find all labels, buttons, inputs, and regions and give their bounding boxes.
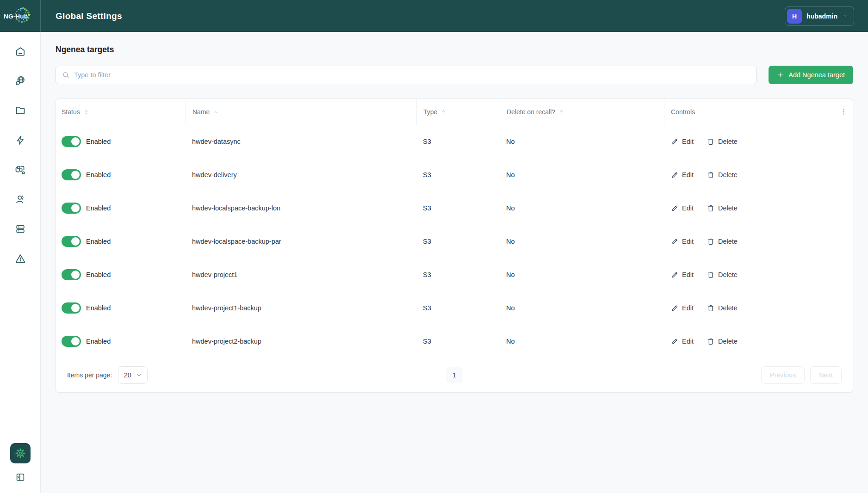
- toggle-knob: [71, 171, 80, 179]
- table-row: Enabled hwdev-project1 S3 No Edit Delete: [56, 258, 853, 291]
- add-ngenea-target-button[interactable]: Add Ngenea target: [769, 66, 853, 84]
- table-options-menu[interactable]: [834, 99, 853, 125]
- sort-asc-icon: [213, 109, 219, 115]
- edit-button[interactable]: Edit: [670, 337, 694, 345]
- status-toggle[interactable]: [62, 336, 81, 347]
- status-toggle[interactable]: [62, 302, 81, 314]
- previous-page-button[interactable]: Previous: [761, 366, 805, 384]
- edit-button[interactable]: Edit: [670, 271, 694, 279]
- sidebar-item-servers[interactable]: [6, 214, 35, 244]
- status-toggle[interactable]: [62, 236, 81, 247]
- delete-on-recall-value: No: [500, 271, 664, 278]
- target-name: hwdev-project1: [186, 271, 416, 278]
- filter-input[interactable]: [74, 71, 750, 79]
- top-bar: NG-Hub™ Global Settings H hubadmin: [0, 0, 868, 32]
- pencil-icon: [670, 337, 679, 345]
- edit-button[interactable]: Edit: [670, 171, 694, 179]
- toggle-knob: [71, 237, 80, 246]
- chevron-down-icon: [136, 372, 142, 378]
- delete-button[interactable]: Delete: [707, 237, 738, 246]
- status-label: Enabled: [86, 238, 111, 245]
- edit-button[interactable]: Edit: [670, 237, 694, 246]
- delete-button[interactable]: Delete: [707, 171, 738, 179]
- items-per-page-label: Items per page:: [67, 371, 112, 379]
- next-page-button[interactable]: Next: [810, 366, 842, 384]
- items-per-page-select[interactable]: 20: [118, 366, 148, 384]
- plus-icon: [777, 71, 784, 79]
- pencil-icon: [670, 171, 679, 179]
- column-header-status[interactable]: Status: [56, 99, 186, 125]
- target-name: hwdev-datasync: [186, 138, 416, 145]
- server-stack-icon: [14, 223, 26, 235]
- globe-search-icon: [14, 75, 26, 87]
- pencil-icon: [670, 271, 679, 279]
- main-content: Ngenea targets Add Ngenea target Status: [41, 0, 868, 393]
- logo-text: NG-Hub: [4, 12, 28, 19]
- status-toggle[interactable]: [62, 269, 81, 280]
- sidebar-item-discover[interactable]: [6, 66, 35, 96]
- pencil-icon: [670, 237, 679, 246]
- target-name: hwdev-project2-backup: [186, 338, 416, 345]
- trash-icon: [707, 204, 715, 212]
- filter-search-box: [56, 66, 756, 84]
- sidebar: [0, 32, 41, 493]
- trash-icon: [707, 171, 715, 179]
- delete-button[interactable]: Delete: [707, 271, 738, 279]
- sidebar-item-home[interactable]: [6, 37, 35, 66]
- app-logo: NG-Hub™: [0, 0, 41, 32]
- column-header-type[interactable]: Type: [416, 99, 500, 125]
- sidebar-item-workflows[interactable]: [6, 155, 35, 185]
- delete-on-recall-value: No: [500, 238, 664, 245]
- delete-button[interactable]: Delete: [707, 204, 738, 212]
- edit-button[interactable]: Edit: [670, 304, 694, 312]
- table-row: Enabled hwdev-datasync S3 No Edit Delete: [56, 125, 853, 158]
- workflow-icon: [14, 164, 26, 176]
- pencil-icon: [670, 204, 679, 212]
- logo-trademark: ™: [28, 13, 31, 16]
- sidebar-item-activity[interactable]: [6, 125, 35, 155]
- avatar: H: [787, 9, 802, 24]
- sort-both-icon: [558, 109, 564, 115]
- warning-triangle-icon: [14, 253, 26, 265]
- target-type: S3: [416, 271, 500, 278]
- sidebar-item-alerts[interactable]: [6, 244, 35, 273]
- column-header-name[interactable]: Name: [186, 99, 416, 125]
- delete-button[interactable]: Delete: [707, 304, 738, 312]
- status-label: Enabled: [86, 204, 111, 212]
- users-icon: [14, 193, 26, 205]
- delete-on-recall-value: No: [500, 204, 664, 212]
- pencil-icon: [670, 137, 679, 146]
- delete-button[interactable]: Delete: [707, 337, 738, 345]
- table-row: Enabled hwdev-project1-backup S3 No Edit…: [56, 291, 853, 325]
- add-button-label: Add Ngenea target: [788, 71, 845, 79]
- column-header-controls: Controls: [664, 99, 834, 125]
- toggle-knob: [71, 137, 80, 146]
- sidebar-bottom: [10, 443, 31, 483]
- status-toggle[interactable]: [62, 169, 81, 180]
- delete-button[interactable]: Delete: [707, 137, 738, 146]
- sidebar-item-folders[interactable]: [6, 96, 35, 125]
- column-header-delete-on-recall[interactable]: Delete on recall?: [500, 99, 664, 125]
- kebab-menu-icon: [839, 108, 848, 116]
- page-number-button[interactable]: 1: [446, 367, 463, 383]
- ngenea-targets-table: Status Name Type Delete on recall? Contr…: [56, 99, 853, 393]
- table-body: Enabled hwdev-datasync S3 No Edit Delete…: [56, 125, 853, 358]
- edit-button[interactable]: Edit: [670, 137, 694, 146]
- edit-button[interactable]: Edit: [670, 204, 694, 212]
- delete-on-recall-value: No: [500, 138, 664, 145]
- trash-icon: [707, 304, 715, 312]
- status-label: Enabled: [86, 338, 111, 345]
- target-name: hwdev-project1-backup: [186, 304, 416, 312]
- status-label: Enabled: [86, 304, 111, 312]
- gear-icon: [14, 447, 26, 459]
- trash-icon: [707, 271, 715, 279]
- status-toggle[interactable]: [62, 136, 81, 147]
- trash-icon: [707, 337, 715, 345]
- settings-button[interactable]: [10, 443, 31, 463]
- status-toggle[interactable]: [62, 203, 81, 214]
- sidebar-item-users[interactable]: [6, 185, 35, 214]
- pencil-icon: [670, 304, 679, 312]
- trash-icon: [707, 137, 715, 146]
- expand-panel-button[interactable]: [15, 472, 26, 483]
- user-menu[interactable]: H hubadmin: [785, 6, 854, 26]
